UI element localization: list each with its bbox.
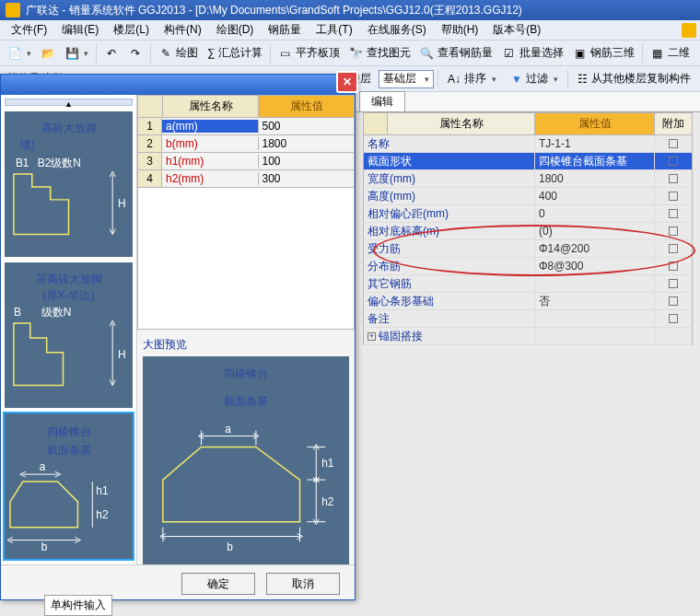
cancel-button[interactable]: 取消: [266, 573, 340, 595]
open-button[interactable]: 📂: [37, 43, 59, 64]
redo-button[interactable]: ↷: [124, 43, 146, 64]
rebar3d-button[interactable]: ▣钢筋三维: [569, 43, 638, 64]
property-value[interactable]: 否: [535, 293, 655, 309]
param-col-value: 属性值: [259, 96, 354, 117]
menu-online[interactable]: 在线服务(S): [360, 22, 434, 38]
batchsel-button[interactable]: ☑批量选择: [498, 43, 567, 64]
property-value[interactable]: Φ8@300: [535, 258, 655, 274]
extra-checkbox[interactable]: [669, 314, 678, 323]
sort-button[interactable]: A↓排序▾: [442, 69, 502, 89]
shape-list[interactable]: ▲ 高砖大放脚 缝) B1 B2级数N H 等高砖大放脚 (厚X-半边) B: [1, 95, 137, 564]
extra-checkbox[interactable]: [669, 296, 678, 306]
param-value[interactable]: 100: [259, 155, 355, 168]
shape-card-brick-half[interactable]: 等高砖大放脚 (厚X-半边) B 级数N H: [5, 262, 133, 408]
property-row[interactable]: 受力筋Φ14@200: [363, 240, 693, 258]
property-row[interactable]: 宽度(mm)1800: [363, 170, 693, 188]
property-value[interactable]: [535, 310, 655, 327]
svg-text:h1: h1: [96, 484, 109, 497]
property-value[interactable]: 四棱锥台截面条基: [535, 153, 655, 169]
property-value[interactable]: [535, 275, 655, 292]
preview-title-line2: 截面条基: [143, 388, 349, 415]
extra-checkbox[interactable]: [669, 157, 678, 166]
property-row[interactable]: 分布筋Φ8@300: [363, 258, 693, 275]
param-row[interactable]: 4h2(mm)300: [137, 170, 355, 188]
param-value[interactable]: 1800: [259, 137, 355, 150]
property-row[interactable]: 相对底标高(m)(0): [363, 223, 693, 240]
finddraw-button[interactable]: 🔭查找图元: [345, 43, 414, 64]
rebar3d-label: 钢筋三维: [590, 45, 635, 61]
param-row[interactable]: 1a(mm)500: [137, 118, 355, 135]
dialog-title-bar[interactable]: [1, 75, 355, 95]
property-row[interactable]: 截面形状四棱锥台截面条基: [363, 153, 693, 170]
property-value[interactable]: [535, 328, 655, 344]
finddraw-label: 查找图元: [367, 45, 411, 61]
menu-help[interactable]: 帮助(H): [434, 22, 486, 38]
sort-icon: A↓: [448, 73, 461, 86]
floor-combo[interactable]: 基础层 ▾: [379, 70, 434, 88]
sumcalc-button[interactable]: ∑ 汇总计算: [204, 43, 266, 64]
extra-checkbox[interactable]: [669, 244, 678, 253]
extra-checkbox[interactable]: [669, 192, 678, 201]
menu-floor[interactable]: 楼层(L): [106, 22, 157, 38]
bottom-tab-single-input[interactable]: 单构件输入: [44, 595, 112, 616]
property-value[interactable]: Φ14@200: [535, 240, 655, 257]
param-table-header: 属性名称 属性值: [137, 95, 355, 118]
extra-checkbox[interactable]: [669, 279, 678, 288]
svg-text:a: a: [40, 460, 46, 473]
twod-button[interactable]: ▦二维: [647, 43, 694, 64]
dialog-close-button[interactable]: ✕: [336, 71, 358, 93]
findrebar-button[interactable]: 🔍查看钢筋量: [416, 43, 496, 64]
property-row[interactable]: 其它钢筋: [363, 275, 693, 293]
menu-component[interactable]: 构件(N): [157, 22, 209, 38]
param-row[interactable]: 3h1(mm)100: [137, 153, 355, 170]
copyfrom-button[interactable]: ☷从其他楼层复制构件: [572, 69, 696, 89]
extra-checkbox[interactable]: [669, 174, 678, 183]
folder-open-icon: 📂: [41, 46, 55, 61]
property-row[interactable]: 高度(mm)400: [363, 188, 693, 205]
property-name: 相对偏心距(mm): [368, 206, 449, 222]
param-index: 2: [138, 135, 162, 152]
draw-button[interactable]: ✎绘图: [155, 43, 202, 64]
new-button[interactable]: 📄▾: [4, 43, 35, 64]
menu-bar: 文件(F) 编辑(E) 楼层(L) 构件(N) 绘图(D) 钢筋量 工具(T) …: [0, 20, 700, 41]
param-value[interactable]: 500: [259, 120, 355, 133]
tab-edit[interactable]: 编辑: [359, 91, 405, 111]
property-value[interactable]: 1800: [535, 170, 655, 187]
filter-button[interactable]: ▼过滤▾: [506, 69, 564, 89]
menu-file[interactable]: 文件(F): [4, 22, 54, 38]
window-title: 广联达 - 销量系统软件 GGJ2013 - [D:\My Documents\…: [26, 3, 522, 18]
menu-edit[interactable]: 编辑(E): [54, 22, 106, 38]
batch-select-icon: ☑: [502, 46, 517, 61]
menu-rebar[interactable]: 钢筋量: [261, 22, 309, 38]
property-value[interactable]: TJ-1-1: [535, 135, 655, 152]
shape-card-pyramid-strip[interactable]: 四棱锥台 截面条基 a h1 h2 b: [5, 413, 133, 559]
property-value[interactable]: 0: [535, 205, 655, 222]
param-value[interactable]: 300: [259, 172, 355, 185]
svg-text:(厚X-半边): (厚X-半边): [43, 289, 95, 302]
property-value[interactable]: (0): [535, 223, 655, 239]
shape-card-brick-gap[interactable]: 高砖大放脚 缝) B1 B2级数N H: [5, 111, 133, 257]
menu-tool[interactable]: 工具(T): [309, 22, 359, 38]
svg-text:B1: B1: [16, 157, 29, 169]
property-row[interactable]: 偏心条形基础否: [363, 293, 693, 310]
property-name: 受力筋: [368, 241, 401, 257]
dialog-right-pane: 属性名称 属性值 1a(mm)5002b(mm)18003h1(mm)1004h…: [137, 95, 355, 564]
property-row[interactable]: 相对偏心距(mm)0: [363, 205, 693, 223]
property-row[interactable]: 备注: [363, 310, 693, 328]
property-value[interactable]: 400: [535, 188, 655, 204]
extra-checkbox[interactable]: [669, 262, 678, 271]
property-row[interactable]: 名称TJ-1-1: [363, 135, 693, 153]
extra-checkbox[interactable]: [669, 209, 678, 218]
extra-checkbox[interactable]: [669, 227, 678, 236]
menu-drawing[interactable]: 绘图(D): [209, 22, 262, 38]
property-row[interactable]: +锚固搭接: [363, 328, 693, 345]
menu-version[interactable]: 版本号(B): [485, 22, 548, 38]
save-button[interactable]: 💾▾: [61, 43, 92, 64]
flatten-button[interactable]: ▭平齐板顶: [274, 43, 344, 64]
ok-button[interactable]: 确定: [181, 573, 255, 595]
undo-button[interactable]: ↶: [100, 43, 122, 64]
param-row[interactable]: 2b(mm)1800: [137, 135, 355, 153]
extra-checkbox[interactable]: [669, 139, 678, 148]
expand-icon[interactable]: +: [368, 332, 376, 341]
property-name: 宽度(mm): [368, 171, 415, 187]
